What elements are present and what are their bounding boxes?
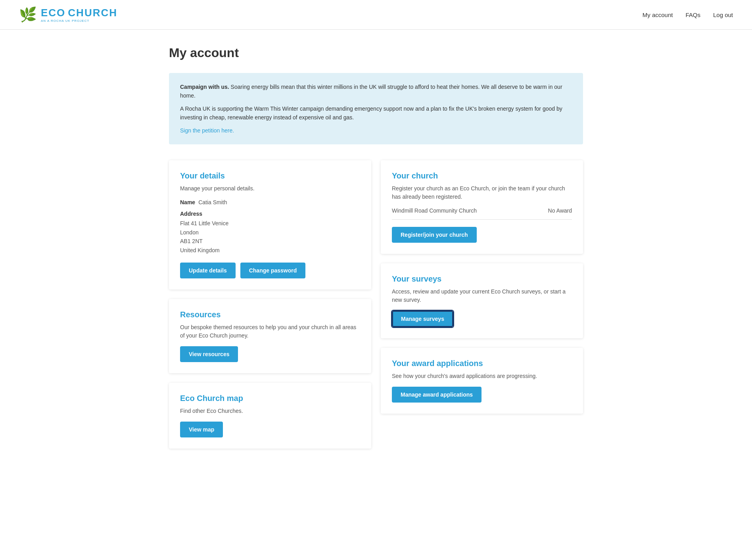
church-row: Windmill Road Community Church No Award (392, 207, 572, 220)
campaign-banner: Campaign with us. Soaring energy bills m… (169, 73, 583, 144)
logo-eco: ECO (41, 7, 65, 19)
eco-church-map-title: Eco Church map (180, 394, 360, 403)
nav-log-out[interactable]: Log out (713, 12, 733, 18)
manage-award-applications-button[interactable]: Manage award applications (392, 387, 482, 403)
your-surveys-card: Your surveys Access, review and update y… (381, 263, 583, 338)
address-city: London (180, 228, 360, 237)
logo-text: ECO CHURCH AN A ROCHA UK PROJECT (41, 7, 117, 23)
logo-church: CHURCH (68, 7, 117, 19)
view-resources-button[interactable]: View resources (180, 346, 238, 362)
register-church-button[interactable]: Register/join your church (392, 227, 477, 243)
view-map-button[interactable]: View map (180, 422, 223, 437)
address-block: Address Flat 41 Little Venice London AB1… (180, 209, 360, 255)
resources-description: Our bespoke themed resources to help you… (180, 323, 360, 340)
campaign-petition-link[interactable]: Sign the petition here. (180, 127, 234, 134)
address-country: United Kingdom (180, 246, 360, 255)
your-details-card: Your details Manage your personal detail… (169, 160, 371, 290)
your-award-applications-description: See how your church's award applications… (392, 372, 572, 380)
eco-church-map-description: Find other Eco Churches. (180, 407, 360, 415)
your-surveys-description: Access, review and update your current E… (392, 288, 572, 304)
address-label: Address (180, 209, 360, 218)
left-column: Your details Manage your personal detail… (169, 160, 371, 449)
your-church-card: Your church Register your church as an E… (381, 160, 583, 254)
your-surveys-title: Your surveys (392, 274, 572, 284)
resources-title: Resources (180, 310, 360, 319)
your-details-title: Your details (180, 171, 360, 180)
campaign-lead: Campaign with us. (180, 84, 229, 90)
church-award: No Award (548, 207, 572, 214)
main-nav: My account FAQs Log out (643, 12, 733, 18)
campaign-text-1: Campaign with us. Soaring energy bills m… (180, 82, 572, 100)
leaf-icon: 🌿 (19, 6, 37, 23)
your-church-title: Your church (392, 171, 572, 180)
nav-my-account[interactable]: My account (643, 12, 673, 18)
details-btn-row: Update details Change password (180, 263, 360, 278)
eco-church-map-card: Eco Church map Find other Eco Churches. … (169, 383, 371, 449)
your-award-applications-card: Your award applications See how your chu… (381, 348, 583, 414)
page-title: My account (169, 46, 583, 60)
nav-faqs[interactable]: FAQs (685, 12, 700, 18)
your-details-description: Manage your personal details. (180, 184, 360, 193)
logo: 🌿 ECO CHURCH AN A ROCHA UK PROJECT (19, 6, 117, 23)
your-award-applications-title: Your award applications (392, 359, 572, 368)
name-label: Name (180, 199, 195, 205)
campaign-text-2: A Rocha UK is supporting the Warm This W… (180, 104, 572, 122)
manage-surveys-button[interactable]: Manage surveys (392, 311, 453, 327)
logo-subtitle: AN A ROCHA UK PROJECT (41, 19, 117, 23)
resources-card: Resources Our bespoke themed resources t… (169, 299, 371, 373)
cards-grid: Your details Manage your personal detail… (169, 160, 583, 449)
name-value: Catia Smith (198, 199, 227, 205)
right-column: Your church Register your church as an E… (381, 160, 583, 449)
church-name: Windmill Road Community Church (392, 207, 477, 214)
change-password-button[interactable]: Change password (240, 263, 306, 278)
your-church-description: Register your church as an Eco Church, o… (392, 184, 572, 201)
address-line1: Flat 41 Little Venice (180, 219, 360, 228)
name-row: Name Catia Smith (180, 199, 360, 205)
address-postcode: AB1 2NT (180, 237, 360, 245)
update-details-button[interactable]: Update details (180, 263, 236, 278)
